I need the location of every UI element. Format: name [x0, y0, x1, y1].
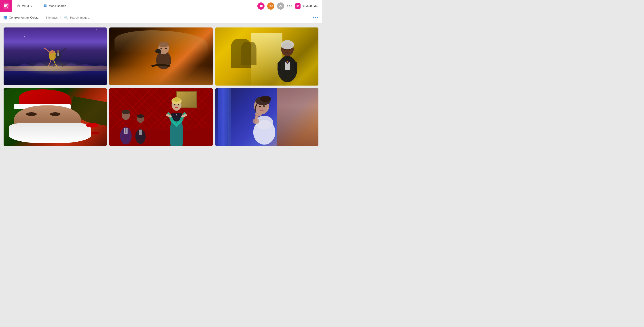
door-frame-left: [218, 88, 228, 146]
svg-rect-10: [6, 16, 6, 17]
svg-rect-6: [46, 6, 46, 7]
search-icon: 🔍: [64, 16, 68, 19]
board-title-text: Complementary Color...: [9, 16, 40, 19]
svg-rect-65: [260, 112, 262, 116]
driver-figure: [140, 36, 187, 74]
logo-button[interactable]: [0, 0, 12, 12]
nav-more-button[interactable]: •••: [287, 4, 292, 8]
briefcase-icon: [17, 4, 20, 8]
studio-binder-label: StudioBinder: [302, 4, 318, 8]
svg-rect-3: [44, 4, 45, 5]
svg-point-47: [174, 104, 176, 105]
city-lights-decoration: [4, 66, 107, 71]
search-input[interactable]: [69, 16, 109, 19]
svg-rect-4: [46, 4, 46, 5]
image-grid: [4, 27, 318, 146]
bg-figure-2: [241, 42, 256, 65]
main-woman: [146, 94, 208, 146]
user-avatar-rd[interactable]: RD: [267, 2, 274, 9]
svg-point-66: [267, 108, 268, 110]
board-title-icon: [4, 16, 7, 19]
svg-rect-5: [44, 6, 45, 7]
grid-icon: [44, 4, 47, 7]
image-cell-1[interactable]: [4, 27, 107, 85]
svg-rect-12: [6, 18, 6, 19]
svg-rect-32: [278, 62, 281, 71]
toolbar-more-button[interactable]: •••: [313, 15, 318, 20]
tab-what-is-label: What is...: [22, 4, 34, 8]
image-cell-2[interactable]: [109, 27, 212, 85]
svg-point-48: [178, 104, 179, 105]
nav-right-actions: RD ••• StudioBinder: [258, 2, 322, 9]
image-cell-6[interactable]: [215, 88, 318, 146]
mountains-decoration: [4, 60, 107, 69]
image-count-label: 6 images: [43, 16, 61, 19]
svg-point-41: [137, 114, 144, 118]
eye-left: [26, 112, 36, 116]
studio-binder-button[interactable]: StudioBinder: [295, 3, 318, 9]
svg-point-23: [165, 48, 167, 49]
svg-point-57: [260, 96, 271, 102]
user-avatar-profile[interactable]: [277, 2, 284, 9]
tab-what-is[interactable]: What is...: [12, 0, 39, 12]
svg-rect-9: [4, 16, 5, 17]
ornament-1: [86, 123, 98, 128]
svg-point-16: [57, 50, 60, 53]
svg-rect-11: [4, 18, 5, 19]
svg-point-14: [51, 50, 54, 54]
nav-tabs: What is... Mood Boards: [12, 0, 258, 12]
svg-point-20: [158, 42, 169, 47]
main-figure: [262, 36, 313, 85]
svg-point-37: [122, 110, 130, 114]
svg-point-22: [160, 48, 162, 49]
svg-rect-39: [139, 130, 142, 135]
tab-mood-boards-label: Mood Boards: [49, 4, 66, 7]
toolbar-right: •••: [313, 15, 318, 20]
image-grid-area: [0, 23, 322, 151]
svg-rect-31: [294, 62, 298, 71]
svg-rect-35: [126, 128, 126, 133]
image-cell-5[interactable]: [109, 88, 212, 146]
top-navigation: What is... Mood Boards RD: [0, 0, 322, 12]
svg-rect-17: [57, 53, 58, 56]
chat-avatar[interactable]: [258, 2, 264, 9]
svg-point-49: [175, 107, 178, 108]
svg-point-46: [173, 97, 180, 102]
svg-point-43: [176, 114, 177, 116]
svg-point-30: [287, 61, 288, 62]
svg-point-29: [289, 49, 290, 50]
svg-point-27: [281, 40, 294, 49]
door-edge: [228, 88, 231, 146]
image-cell-3[interactable]: [215, 27, 318, 85]
svg-rect-2: [18, 5, 20, 7]
image-cell-4[interactable]: [4, 88, 107, 146]
ornament-2: [91, 132, 100, 134]
eye-right: [50, 112, 60, 116]
dancing-figures: [32, 44, 78, 73]
sb-logo-icon: [295, 3, 300, 9]
search-box[interactable]: 🔍: [64, 16, 109, 19]
toolbar: Complementary Color... 6 images 🔍 •••: [0, 12, 322, 23]
board-title-container: Complementary Color...: [4, 16, 40, 19]
tab-mood-boards[interactable]: Mood Boards: [39, 0, 71, 12]
svg-point-60: [261, 109, 262, 109]
svg-point-21: [155, 49, 161, 53]
white-beard: [9, 123, 91, 143]
woman-figure: [231, 91, 298, 146]
svg-point-28: [284, 49, 286, 50]
